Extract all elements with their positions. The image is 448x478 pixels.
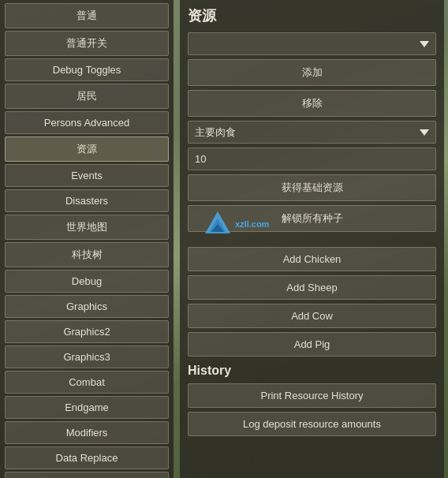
history-title: History <box>188 364 436 378</box>
btn-combat[interactable]: Combat <box>5 371 169 394</box>
btn-endgame[interactable]: Endgame <box>5 396 169 419</box>
btn-federation[interactable]: Federation <box>5 472 169 478</box>
btn-ziyuan[interactable]: 资源 <box>5 136 169 162</box>
btn-world-map[interactable]: 世界地图 <box>5 215 169 240</box>
btn-putong[interactable]: 普通 <box>5 3 169 28</box>
watermark-logo-icon <box>203 210 232 238</box>
watermark-area: 解锁所有种子 xzll.com <box>188 205 436 243</box>
get-basic-resources-button[interactable]: 获得基础资源 <box>188 174 436 201</box>
btn-graphics2[interactable]: Graphics2 <box>5 320 169 343</box>
btn-debug[interactable]: Debug <box>5 270 169 293</box>
add-pig-button[interactable]: Add Pig <box>188 332 436 357</box>
add-chicken-button[interactable]: Add Chicken <box>188 247 436 271</box>
btn-data-replace[interactable]: Data Replace <box>5 446 169 469</box>
btn-graphics[interactable]: Graphics <box>5 295 169 318</box>
btn-persons-advanced[interactable]: Persons Advanced <box>5 111 169 134</box>
panel-gap <box>174 0 180 478</box>
btn-jumin[interactable]: 居民 <box>5 84 169 109</box>
btn-putong-kaiguan[interactable]: 普通开关 <box>5 31 169 56</box>
btn-debug-toggles[interactable]: Debug Toggles <box>5 58 169 81</box>
remove-button[interactable]: 移除 <box>188 90 436 117</box>
btn-disasters[interactable]: Disasters <box>5 189 169 212</box>
dropdown2[interactable]: 主要肉食 <box>188 121 436 144</box>
log-deposit-button[interactable]: Log deposit resource amounts <box>188 412 436 436</box>
add-button[interactable]: 添加 <box>188 59 436 86</box>
add-cow-button[interactable]: Add Cow <box>188 304 436 328</box>
left-panel: 普通普通开关Debug Toggles居民Persons Advanced资源E… <box>0 0 174 478</box>
dropdown1[interactable] <box>188 32 436 55</box>
right-panel: 资源 添加 移除 主要肉食 获得基础资源 解锁所有种子 xzll.com Add… <box>180 0 444 478</box>
watermark-text: xzll.com <box>235 218 269 230</box>
btn-events[interactable]: Events <box>5 164 169 187</box>
btn-graphics3[interactable]: Graphics3 <box>5 345 169 368</box>
btn-tech-tree[interactable]: 科技树 <box>5 242 169 267</box>
btn-modifiers[interactable]: Modifiers <box>5 421 169 444</box>
print-resource-history-button[interactable]: Print Resource History <box>188 383 436 408</box>
right-panel-title: 资源 <box>188 6 436 25</box>
watermark: xzll.com <box>203 208 330 240</box>
add-sheep-button[interactable]: Add Sheep <box>188 275 436 300</box>
quantity-input[interactable] <box>188 148 436 170</box>
